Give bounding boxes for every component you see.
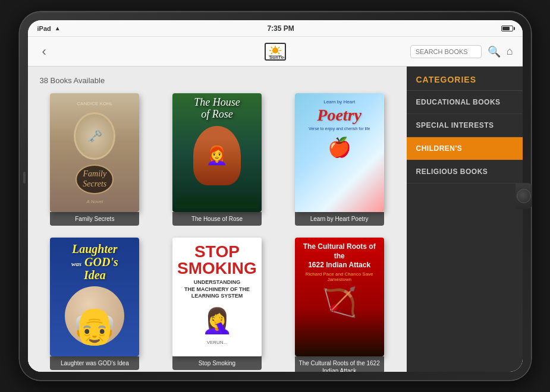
suntec-logo-icon: SunTec [266, 44, 284, 59]
book-label-indian-attack: The Cultural Roots of the 1622 Indian At… [295, 356, 384, 372]
book-cover-stop-smoking: STOPSMOKING Understandingthe Machinery o… [172, 238, 262, 356]
book-area[interactable]: 38 Books Available CANDICE KOHL 🗝️ Famil… [28, 67, 407, 372]
side-button[interactable] [23, 172, 26, 184]
book-label-family-secrets: Family Secrets [50, 212, 139, 226]
sidebar: CATEGORIES EDUCATIONAL BOOKS SPECIAL INT… [407, 67, 523, 372]
back-button[interactable]: ‹ [37, 42, 51, 62]
svg-text:SunTec: SunTec [269, 55, 284, 59]
nav-right: 🔍 ⌂ [410, 45, 513, 58]
book-cover-laughter: Laughterwas GOD'sIdea 👴 [50, 238, 139, 356]
brand-logo: SunTec [265, 43, 286, 61]
sidebar-header: CATEGORIES [407, 67, 523, 91]
book-label-stop-smoking: Stop Smoking [172, 356, 262, 370]
book-label-poetry: Learn by Heart Poetry [295, 212, 384, 226]
sidebar-item-religious[interactable]: RELIGIOUS BOOKS [407, 160, 523, 184]
book-grid: CANDICE KOHL 🗝️ FamilySecrets A Novel Fa… [40, 93, 395, 372]
battery-icon [501, 26, 513, 31]
ipad-device: iPad ▲ 7:35 PM ‹ [20, 12, 531, 380]
book-item-poetry[interactable]: Learn by Heart Poetry Verse to enjoy and… [284, 93, 395, 226]
book-label-laughter: Laughter was GOD's Idea [50, 356, 139, 370]
home-button-right[interactable] [516, 183, 532, 209]
sidebar-item-childrens[interactable]: CHILDREN'S [407, 137, 523, 160]
book-item-stop-smoking[interactable]: STOPSMOKING Understandingthe Machinery o… [162, 238, 272, 372]
nav-bar: ‹ [28, 37, 523, 67]
status-bar: iPad ▲ 7:35 PM [28, 20, 523, 37]
sidebar-item-educational[interactable]: EDUCATIONAL BOOKS [407, 91, 523, 114]
book-item-house-of-rose[interactable]: The Houseof Rose 👩‍🦰 The House of Rose [162, 93, 272, 226]
book-cover-poetry: Learn by Heart Poetry Verse to enjoy and… [295, 93, 384, 212]
book-cover-house-of-rose: The Houseof Rose 👩‍🦰 [172, 93, 262, 212]
device-name: iPad [37, 25, 51, 32]
sidebar-title: CATEGORIES [416, 75, 513, 84]
status-time: 7:35 PM [267, 24, 294, 33]
wifi-icon: ▲ [55, 25, 61, 31]
search-input[interactable] [410, 45, 482, 58]
screen: iPad ▲ 7:35 PM ‹ [28, 20, 523, 372]
search-icon[interactable]: 🔍 [488, 45, 501, 58]
book-cover-family-secrets: CANDICE KOHL 🗝️ FamilySecrets A Novel [50, 93, 139, 212]
book-item-laughter[interactable]: Laughterwas GOD'sIdea 👴 Laughter was GOD… [40, 238, 150, 372]
main-content: 38 Books Available CANDICE KOHL 🗝️ Famil… [28, 67, 523, 372]
sidebar-item-special-interests[interactable]: SPECIAL INTERESTS [407, 114, 523, 137]
book-label-house-of-rose: The House of Rose [172, 212, 262, 226]
books-count: 38 Books Available [40, 76, 395, 85]
book-item-indian-attack[interactable]: The Cultural Roots of the1622 Indian Att… [284, 238, 395, 372]
home-icon[interactable]: ⌂ [507, 45, 513, 58]
svg-point-1 [272, 48, 278, 53]
book-cover-indian-attack: The Cultural Roots of the1622 Indian Att… [295, 238, 384, 356]
book-item-family-secrets[interactable]: CANDICE KOHL 🗝️ FamilySecrets A Novel Fa… [40, 93, 150, 226]
